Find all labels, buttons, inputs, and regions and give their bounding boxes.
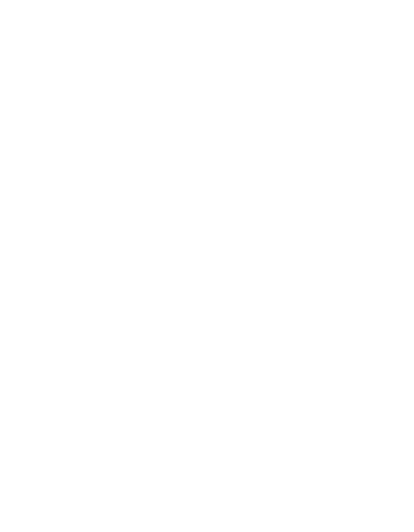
port-stubs [5, 5, 414, 11]
bottom-leaders [5, 5, 414, 11]
fabric-pp-wires [5, 5, 414, 11]
core-fabric-wires [5, 5, 414, 11]
top-leaders [5, 5, 414, 11]
